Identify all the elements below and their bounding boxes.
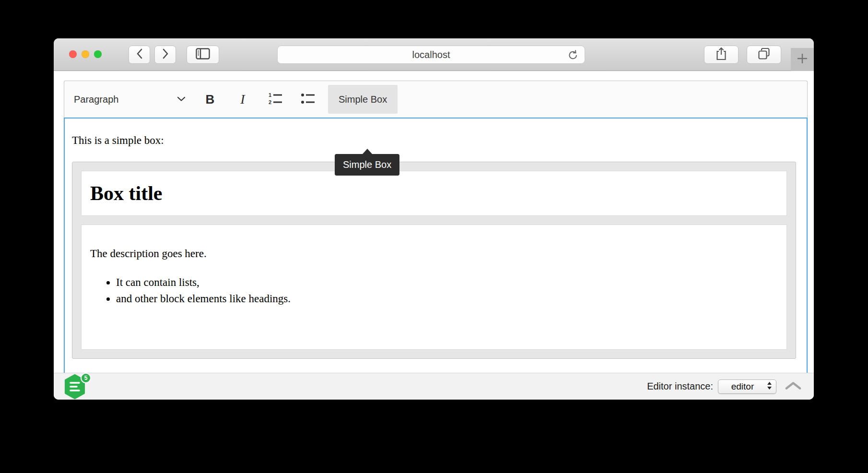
numbered-list-icon: 1 2 xyxy=(268,92,283,107)
box-description[interactable]: The description goes here. It can contai… xyxy=(81,225,787,350)
close-window-button[interactable] xyxy=(69,50,77,58)
chevron-down-icon xyxy=(176,95,186,104)
italic-icon: I xyxy=(240,92,245,107)
chevron-up-icon xyxy=(785,381,801,392)
zoom-window-button[interactable] xyxy=(94,50,102,58)
minimize-window-button[interactable] xyxy=(82,50,89,58)
list-item[interactable]: and other block elements like headings. xyxy=(116,291,778,307)
description-paragraph[interactable]: The description goes here. xyxy=(90,246,778,261)
bulleted-list-button[interactable] xyxy=(295,85,320,114)
back-button[interactable] xyxy=(129,46,150,64)
select-arrows-icon xyxy=(767,381,772,392)
tooltip-arrow-icon xyxy=(363,149,372,154)
inspector-collapse-button[interactable] xyxy=(785,381,801,392)
editor-content-area[interactable]: This is a simple box: Box title The desc… xyxy=(64,118,808,373)
bulleted-list-icon xyxy=(300,92,316,107)
numbered-list-button[interactable]: 1 2 xyxy=(263,85,288,114)
browser-window: localhost xyxy=(54,38,814,400)
inspector-badge: 5 xyxy=(81,373,91,383)
sidebar-icon xyxy=(196,48,210,61)
address-url: localhost xyxy=(412,49,450,60)
simple-box-widget[interactable]: Box title The description goes here. It … xyxy=(72,162,796,359)
share-icon xyxy=(716,47,727,62)
sidebar-toggle-button[interactable] xyxy=(187,46,219,64)
ckeditor-inspector-logo[interactable]: 5 xyxy=(63,374,91,399)
svg-text:2: 2 xyxy=(269,99,271,105)
page-content: Paragraph B I 1 2 xyxy=(54,71,814,373)
tab-overview-button[interactable] xyxy=(747,46,781,64)
address-bar[interactable]: localhost xyxy=(277,46,585,64)
chevron-right-icon xyxy=(162,48,169,61)
bold-icon: B xyxy=(206,92,215,107)
paragraph-dropdown[interactable]: Paragraph xyxy=(71,85,190,114)
simple-box-tooltip: Simple Box xyxy=(335,154,399,176)
intro-paragraph[interactable]: This is a simple box: xyxy=(72,133,796,148)
simple-box-button-label: Simple Box xyxy=(339,94,387,105)
svg-text:1: 1 xyxy=(269,92,271,98)
inspector-bar: 5 Editor instance: editor xyxy=(54,373,814,400)
editor-instance-label: Editor instance: xyxy=(647,381,713,392)
reload-button[interactable] xyxy=(567,49,579,63)
tooltip-label: Simple Box xyxy=(343,159,391,170)
paragraph-dropdown-label: Paragraph xyxy=(74,94,118,105)
list-item[interactable]: It can contain lists, xyxy=(116,274,778,291)
editor-instance-select[interactable]: editor xyxy=(718,379,776,394)
description-list: It can contain lists, and other block el… xyxy=(90,274,778,307)
title-bar: localhost xyxy=(54,38,814,71)
bold-button[interactable]: B xyxy=(198,85,223,114)
editor-instance-value: editor xyxy=(718,381,767,392)
new-tab-button[interactable] xyxy=(791,48,814,71)
chevron-left-icon xyxy=(136,48,143,61)
editor-toolbar: Paragraph B I 1 2 xyxy=(64,81,808,118)
tabs-icon xyxy=(758,47,770,62)
plus-icon xyxy=(797,53,808,66)
share-button[interactable] xyxy=(704,46,739,64)
box-title[interactable]: Box title xyxy=(81,171,787,216)
italic-button[interactable]: I xyxy=(230,85,255,114)
simple-box-button[interactable]: Simple Box xyxy=(328,85,398,114)
forward-button[interactable] xyxy=(154,46,176,64)
